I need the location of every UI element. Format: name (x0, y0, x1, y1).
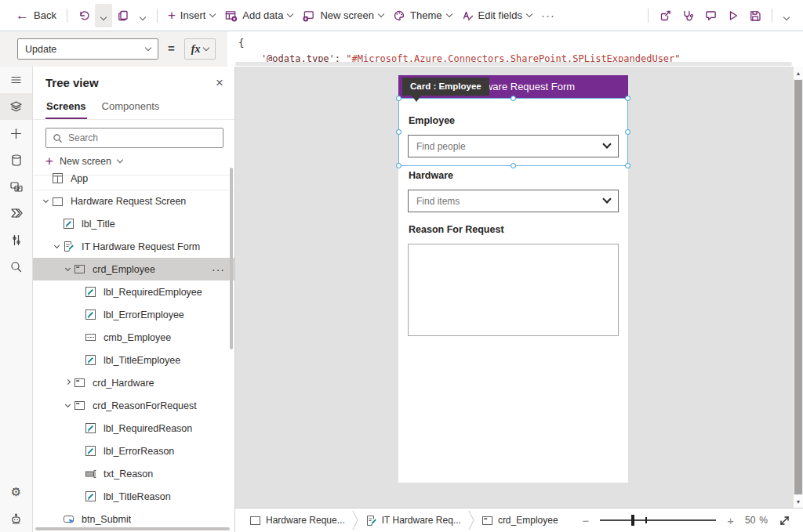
preview-button[interactable] (722, 5, 744, 26)
breadcrumb-item-Hardware Reque[interactable]: Hardware Reque... (243, 508, 351, 532)
undo-icon (78, 9, 90, 22)
breadcrumb-item-crd_Employee[interactable]: crd_Employee (475, 508, 565, 532)
undo-dropdown-button[interactable] (95, 4, 112, 27)
insert-button[interactable]: + Insert (163, 5, 220, 26)
tab-components[interactable]: Components (101, 97, 161, 119)
chevron-down-icon (203, 45, 209, 51)
tree-item-lbl_TitleEmployee[interactable]: lbl_TitleEmployee (33, 349, 234, 371)
save-dropdown-button[interactable] (778, 4, 795, 27)
search-icon[interactable] (0, 253, 32, 280)
paste-dropdown-button[interactable] (134, 4, 151, 27)
tree-item-lbl_RequiredEmployee[interactable]: lbl_RequiredEmployee (33, 280, 234, 303)
save-button[interactable] (744, 5, 766, 26)
app-checker-button[interactable] (677, 5, 699, 26)
search-input[interactable] (68, 132, 216, 143)
resize-handle-middle-left[interactable] (396, 129, 402, 135)
tree-item-Hardware Request Screen[interactable]: Hardware Request Screen (33, 190, 234, 212)
close-icon[interactable]: × (216, 76, 223, 89)
screen-icon (52, 197, 65, 207)
form-icon (63, 241, 76, 252)
power-automate-icon[interactable] (0, 200, 32, 226)
resize-handle-bottom-center[interactable] (511, 163, 516, 168)
expander-down-icon[interactable] (61, 405, 74, 407)
zoom-out-button[interactable]: − (582, 515, 589, 527)
resize-handle-bottom-left[interactable] (396, 163, 402, 168)
zoom-slider-handle[interactable] (631, 515, 634, 526)
expander-down-icon[interactable] (61, 269, 74, 270)
resize-handle-top-right[interactable] (625, 96, 630, 101)
hardware-combobox[interactable]: Find items (408, 190, 619, 212)
insert-label: Insert (180, 9, 206, 21)
tree-item-lbl_RequiredReason[interactable]: lbl_RequiredReason (33, 417, 234, 440)
label-icon (63, 218, 76, 230)
share-button[interactable] (654, 5, 677, 26)
add-data-button[interactable]: Add data (220, 5, 297, 26)
resize-handle-top-center[interactable] (511, 96, 516, 101)
fit-to-window-button[interactable] (779, 515, 790, 527)
expander-down-icon[interactable] (50, 246, 63, 248)
scroll-up-arrow-icon[interactable]: ▲ (794, 67, 803, 79)
tree-item-lbl_Title[interactable]: lbl_Title (33, 212, 234, 235)
back-button[interactable]: ← Back (11, 5, 61, 26)
property-selector[interactable]: Update (17, 38, 158, 60)
tree-item-lbl_ErrorReason[interactable]: lbl_ErrorReason (33, 440, 234, 462)
resize-handle-middle-right[interactable] (625, 129, 630, 135)
form-body: Employee Find people Hardware Find items… (398, 98, 628, 483)
insert-icon[interactable] (0, 120, 32, 147)
tree-item-label: cmb_Employee (104, 332, 171, 343)
zoom-in-button[interactable]: + (727, 515, 734, 527)
expander-down-icon[interactable] (39, 201, 52, 202)
zoom-slider-track (600, 519, 716, 521)
resize-handle-bottom-right[interactable] (625, 163, 630, 168)
zoom-slider[interactable] (600, 515, 716, 526)
fx-button[interactable]: fx (184, 38, 216, 60)
tree-view-icon[interactable] (0, 93, 32, 120)
chevron-down-icon (100, 13, 107, 20)
advanced-tools-icon[interactable] (0, 226, 32, 253)
selection-tooltip: Card : Employee (402, 78, 489, 96)
reason-textarea[interactable] (408, 244, 619, 336)
scrollbar-thumb[interactable] (794, 80, 802, 494)
canvas[interactable]: IT Hardware Request Form Employee Find p… (235, 67, 803, 508)
tree-item-App[interactable]: App (33, 167, 234, 190)
tree-item-lbl_TitleReason[interactable]: lbl_TitleReason (33, 485, 234, 508)
label-icon (85, 490, 98, 502)
tree-item-label: App (71, 173, 88, 184)
media-icon[interactable] (0, 173, 32, 200)
edit-fields-button[interactable]: Edit fields (456, 5, 536, 26)
item-more-options-button[interactable]: ··· (212, 263, 225, 276)
tab-screens[interactable]: Screens (45, 97, 87, 119)
theme-button[interactable]: Theme (388, 5, 456, 26)
breadcrumb-item-IT Hardware Req[interactable]: IT Hardware Req... (359, 508, 467, 532)
scroll-down-arrow-icon[interactable]: ▼ (794, 495, 803, 508)
new-screen-button[interactable]: New screen (297, 5, 388, 26)
more-commands-button[interactable]: ··· (536, 5, 560, 26)
virtual-agents-icon[interactable] (0, 505, 32, 532)
tree-item-crd_Employee[interactable]: crd_Employee··· (33, 258, 234, 280)
formula-line1: { (238, 38, 244, 49)
resize-handle-top-left[interactable] (396, 96, 402, 101)
employee-combobox[interactable]: Find people (408, 135, 619, 157)
tree-horizontal-scrollbar[interactable] (35, 527, 230, 530)
undo-button[interactable] (73, 5, 95, 26)
data-icon[interactable] (0, 147, 32, 173)
expander-right-icon[interactable] (61, 382, 74, 384)
tree-item-label: crd_ReasonForRequest (93, 400, 197, 411)
tree-item-lbl_ErrorEmployee[interactable]: lbl_ErrorEmployee (33, 303, 234, 326)
paste-button[interactable] (112, 5, 134, 26)
app-icon (52, 172, 65, 184)
tree-item-crd_Hardware[interactable]: crd_Hardware (33, 371, 234, 394)
tree-item-crd_ReasonForRequest[interactable]: crd_ReasonForRequest (33, 394, 234, 417)
menu-icon[interactable] (0, 67, 32, 93)
tree-item-IT Hardware Request Form[interactable]: IT Hardware Request Form (33, 235, 234, 258)
hardware-request-form[interactable]: IT Hardware Request Form Employee Find p… (398, 75, 628, 483)
canvas-vertical-scrollbar[interactable]: ▲ ▼ (794, 67, 803, 508)
tree-item-cmb_Employee[interactable]: cmb_Employee (33, 326, 234, 349)
tree-item-txt_Reason[interactable]: txt_Reason (33, 462, 234, 485)
add-data-label: Add data (242, 9, 283, 21)
formula-horizontal-scrollbar[interactable] (235, 62, 792, 66)
settings-icon[interactable]: ⚙ (0, 479, 32, 505)
comments-button[interactable] (699, 5, 722, 26)
tree-vertical-scrollbar[interactable] (230, 168, 233, 349)
bottom-bar: Hardware Reque...IT Hardware Req...crd_E… (235, 508, 803, 532)
